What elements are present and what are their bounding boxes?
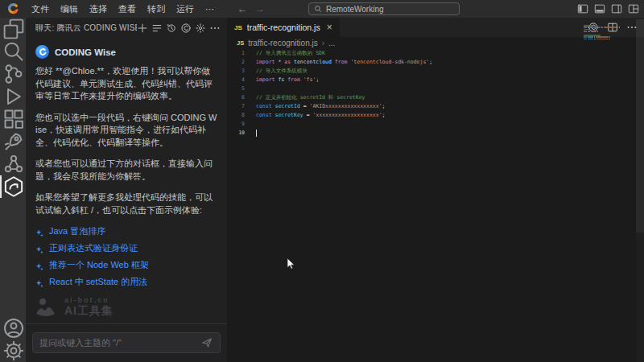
minimap-line xyxy=(584,43,624,44)
line-number: 4 xyxy=(227,76,245,84)
menu-item-5[interactable]: 运行 xyxy=(171,0,200,18)
breadcrumb-separator-icon: › xyxy=(322,39,324,47)
breadcrumb[interactable]: JS traffic-recognition.js › ... xyxy=(227,37,335,49)
menu-item-2[interactable]: 选择 xyxy=(84,0,113,18)
assistant-header: CODING Wise xyxy=(35,45,217,59)
forward-arrow-icon[interactable]: → xyxy=(255,3,265,14)
layout-sidebar-right-icon[interactable] xyxy=(611,3,622,14)
activity-run-debug-icon[interactable] xyxy=(0,85,26,108)
minimap[interactable] xyxy=(584,25,624,44)
layout-sidebar-left-icon[interactable] xyxy=(577,3,588,14)
clear-chat-icon[interactable] xyxy=(151,23,163,34)
activity-coding-wise-icon[interactable] xyxy=(0,175,26,198)
activity-bar xyxy=(0,18,26,362)
line-number: 1 xyxy=(227,49,245,58)
minimap-line xyxy=(584,25,624,27)
send-icon[interactable] xyxy=(200,336,213,349)
activity-extensions-icon[interactable] xyxy=(0,108,26,130)
wise-logo-icon[interactable] xyxy=(180,23,192,34)
activity-settings-gear-icon[interactable] xyxy=(0,339,26,362)
assistant-avatar xyxy=(35,45,49,59)
chat-input-bar xyxy=(26,323,227,362)
minimap-line xyxy=(584,29,624,31)
chat-message-area: CODING Wise 您好 **@Chloe.**，欢迎使用！我可以帮你做代码… xyxy=(26,42,227,323)
new-chat-icon[interactable] xyxy=(137,23,148,34)
line-number: 2 xyxy=(227,58,245,67)
chat-panel-title: 聊天: 腾讯云 CODING WISE xyxy=(35,23,137,34)
activity-explorer-icon[interactable] xyxy=(0,18,26,40)
code-line-3[interactable]: 3// 导入文件系统模块 xyxy=(227,67,644,76)
activity-source-control-icon[interactable] xyxy=(0,63,26,85)
code-line-4[interactable]: 4import fs from 'fs'; xyxy=(227,76,644,84)
sparkle-icon xyxy=(35,244,44,253)
watermark-line2: AI工具集 xyxy=(64,304,114,319)
code-line-9[interactable]: 9 xyxy=(227,120,644,129)
settings-icon[interactable] xyxy=(195,23,206,34)
sparkle-icon xyxy=(35,278,44,286)
tab-close-icon[interactable]: × xyxy=(327,22,332,33)
activity-cluster-icon[interactable] xyxy=(0,153,26,175)
back-arrow-icon[interactable]: ← xyxy=(237,3,247,14)
breadcrumb-symbol[interactable]: ... xyxy=(328,39,335,47)
example-label: 正则表达式验证身份证 xyxy=(49,242,138,254)
more-icon[interactable] xyxy=(209,23,221,34)
activity-search-icon[interactable] xyxy=(0,40,26,63)
window-title: RemoteWorking xyxy=(326,5,384,14)
chat-paragraph-3: 如果您希望了解更多我处理代码的技能，可以试试输入斜杠 /，也可以点击下面示例体验… xyxy=(35,191,217,216)
line-content: // 导入腾讯云云函数的 SDK xyxy=(256,49,325,58)
editor-scrollbar[interactable] xyxy=(636,19,644,362)
swirl-icon xyxy=(37,47,47,57)
breadcrumb-file[interactable]: traffic-recognition.js xyxy=(248,39,318,47)
minimap-line xyxy=(584,36,624,38)
example-link-2[interactable]: 推荐一个 Node Web 框架 xyxy=(35,259,217,271)
line-content: // 定义并初始化 secretId 和 secretKey xyxy=(256,93,365,102)
chat-input[interactable] xyxy=(33,338,200,348)
tab-traffic-recognition[interactable]: JS traffic-recognition.js × xyxy=(227,18,340,37)
history-nav: ← → xyxy=(237,3,265,14)
chat-paragraph-2: 或者您也可以通过下方的对话框，直接输入问题，我会尽我所能为你解答。 xyxy=(35,158,217,183)
watermark-logo-icon xyxy=(35,298,58,317)
line-content xyxy=(256,129,257,138)
layout-panel-icon[interactable] xyxy=(594,3,605,14)
example-link-1[interactable]: 正则表达式验证身份证 xyxy=(35,242,217,254)
code-line-10[interactable]: 10 xyxy=(227,129,644,138)
code-line-6[interactable]: 6// 定义并初始化 secretId 和 secretKey xyxy=(227,93,644,102)
line-content: const secretKey = 'xxxxxxxxxxxxxxxxxxxx'… xyxy=(256,111,385,120)
code-editor[interactable]: 1// 导入腾讯云云函数的 SDK2import * as tencentclo… xyxy=(227,49,644,362)
menu-bar: 文件编辑选择查看转到运行⋯ xyxy=(26,0,220,18)
code-line-5[interactable]: 5 xyxy=(227,84,644,93)
code-line-8[interactable]: 8const secretKey = 'xxxxxxxxxxxxxxxxxxxx… xyxy=(227,111,644,120)
example-link-3[interactable]: React 中 setState 的用法 xyxy=(35,276,217,288)
code-line-2[interactable]: 2import * as tencentcloud from 'tencentc… xyxy=(227,58,644,67)
text-cursor xyxy=(256,130,257,137)
scrollbar-slider[interactable] xyxy=(636,19,644,232)
menu-item-3[interactable]: 查看 xyxy=(113,0,142,18)
line-content: // 导入文件系统模块 xyxy=(256,67,308,76)
example-label: React 中 setState 的用法 xyxy=(49,276,147,288)
assistant-message: 您好 **@Chloe.**，欢迎使用！我可以帮你做代码建议、单元测试生成、代码… xyxy=(35,65,217,216)
activity-rocket-icon[interactable] xyxy=(0,130,26,153)
menu-item-6[interactable]: ⋯ xyxy=(200,0,220,18)
history-icon[interactable] xyxy=(166,23,177,34)
sparkle-icon xyxy=(35,261,44,269)
menu-item-1[interactable]: 编辑 xyxy=(55,0,84,18)
line-content: import * as tencentcloud from 'tencentcl… xyxy=(256,58,432,67)
title-bar: 文件编辑选择查看转到运行⋯ ← → RemoteWorking xyxy=(0,0,644,18)
example-label: Java 冒泡排序 xyxy=(49,225,105,237)
assistant-name: CODING Wise xyxy=(55,47,116,57)
example-link-0[interactable]: Java 冒泡排序 xyxy=(35,225,217,237)
menu-item-4[interactable]: 转到 xyxy=(142,0,171,18)
tab-label: traffic-recognition.js xyxy=(247,23,320,32)
code-line-1[interactable]: 1// 导入腾讯云云函数的 SDK xyxy=(227,49,644,58)
minimap-line xyxy=(584,31,624,32)
minimap-line xyxy=(584,33,624,35)
menu-item-0[interactable]: 文件 xyxy=(26,0,55,18)
activity-account-icon[interactable] xyxy=(0,317,26,339)
sparkle-icon xyxy=(35,227,44,236)
line-content: import fs from 'fs'; xyxy=(256,76,319,84)
minimap-line xyxy=(584,39,624,40)
layout-customize-icon[interactable] xyxy=(628,3,639,14)
code-line-7[interactable]: 7const secretId = 'AKIDxxxxxxxxxxxxxxxxx… xyxy=(227,102,644,111)
line-number: 10 xyxy=(227,129,245,138)
command-center-search[interactable]: RemoteWorking xyxy=(308,2,460,15)
